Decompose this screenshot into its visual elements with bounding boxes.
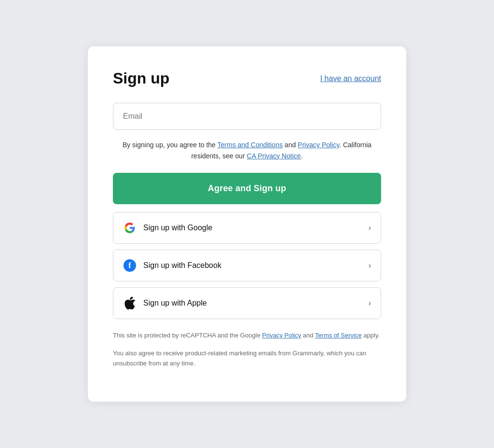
email-input[interactable] bbox=[113, 103, 381, 130]
footer-terms-link[interactable]: Terms of Service bbox=[315, 332, 362, 339]
google-signup-label: Sign up with Google bbox=[143, 224, 212, 232]
google-signup-button[interactable]: Sign up with Google › bbox=[113, 212, 381, 244]
marketing-text: You also agree to receive product-relate… bbox=[113, 349, 381, 369]
apple-icon bbox=[123, 296, 137, 310]
card-header: Sign up I have an account bbox=[113, 70, 381, 87]
page-title: Sign up bbox=[113, 70, 169, 87]
terms-text: By signing up, you agree to the Terms an… bbox=[113, 140, 381, 161]
privacy-policy-link[interactable]: Privacy Policy bbox=[298, 141, 339, 149]
signup-card: Sign up I have an account By signing up,… bbox=[88, 46, 406, 401]
ca-privacy-link[interactable]: CA Privacy Notice bbox=[247, 152, 301, 160]
facebook-signup-button[interactable]: f Sign up with Facebook › bbox=[113, 250, 381, 281]
apple-signup-button[interactable]: Sign up with Apple › bbox=[113, 287, 381, 319]
have-account-link[interactable]: I have an account bbox=[320, 74, 381, 83]
google-chevron-icon: › bbox=[369, 224, 371, 232]
agree-signup-button[interactable]: Agree and Sign up bbox=[113, 173, 381, 204]
facebook-signup-label: Sign up with Facebook bbox=[143, 261, 221, 270]
social-buttons-wrapper: Sign up with Google › f Sign up with Fac… bbox=[113, 212, 381, 319]
terms-conditions-link[interactable]: Terms and Conditions bbox=[218, 141, 283, 149]
apple-chevron-icon: › bbox=[369, 299, 371, 308]
facebook-icon: f bbox=[123, 259, 137, 272]
facebook-chevron-icon: › bbox=[369, 261, 371, 270]
footer-privacy-link[interactable]: Privacy Policy bbox=[262, 332, 301, 339]
recaptcha-text: This site is protected by reCAPTCHA and … bbox=[113, 331, 381, 341]
apple-signup-label: Sign up with Apple bbox=[143, 299, 207, 308]
google-icon bbox=[123, 221, 137, 235]
